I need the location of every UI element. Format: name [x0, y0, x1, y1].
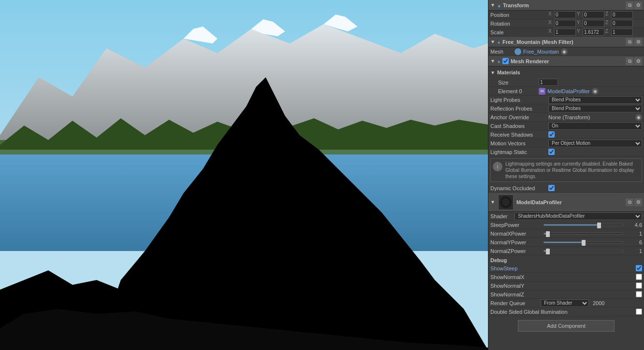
- steep-power-value: 4.6: [625, 222, 642, 228]
- inspector-panel: ▼ ⬧ Transform ⧉ ⚙ Position X Y Z Rotatio…: [488, 0, 644, 350]
- normaly-power-fill: [544, 242, 584, 243]
- mesh-row: Mesh Free_Mountain ◉: [488, 47, 644, 56]
- material-icon-btn-1[interactable]: ⧉: [626, 198, 633, 206]
- material-fold-arrow[interactable]: ▼: [490, 199, 495, 205]
- position-z-input[interactable]: [611, 11, 633, 18]
- rotation-y-label: Y: [577, 20, 582, 27]
- dynamic-occluded-checkbox[interactable]: [548, 185, 555, 191]
- shader-dropdown[interactable]: ShadersHub/ModelDataProfiler: [515, 212, 642, 220]
- lightmap-info-text: Lightmapping settings are currently disa…: [505, 161, 640, 180]
- position-y-input[interactable]: [583, 11, 604, 18]
- material-name[interactable]: ModelDataProfiler: [547, 88, 590, 94]
- show-normalx-row: ShowNormalX: [488, 273, 644, 281]
- double-sided-label: Double Sided Global Illumination: [490, 309, 634, 315]
- mesh-select-btn[interactable]: ◉: [561, 48, 568, 55]
- lightmap-static-checkbox[interactable]: [548, 149, 555, 155]
- steep-power-fill: [544, 224, 599, 225]
- mesh-renderer-icon-btn-2[interactable]: ⚙: [634, 57, 642, 65]
- element0-row: Element 0 M ModelDataProfiler ◉: [488, 87, 644, 96]
- normalx-power-value: 1: [625, 231, 642, 237]
- scale-x-input[interactable]: [554, 28, 576, 36]
- rotation-x-input[interactable]: [554, 20, 576, 27]
- size-label: Size: [498, 80, 537, 85]
- position-z-label: Z: [605, 11, 610, 18]
- double-sided-checkbox[interactable]: [636, 308, 642, 315]
- dynamic-occluded-row: Dynamic Occluded: [488, 184, 644, 193]
- material-section-header: ▼ ModelDataProfiler ⧉ ⚙: [488, 193, 644, 212]
- scale-y-input[interactable]: [583, 28, 604, 36]
- rotation-z-input[interactable]: [611, 20, 633, 27]
- material-icon: M: [539, 88, 545, 95]
- anchor-override-row: Anchor Override None (Transform) ◉: [488, 113, 644, 122]
- material-select-btn[interactable]: ◉: [592, 88, 599, 95]
- show-normalz-row: ShowNormalZ: [488, 290, 644, 299]
- lightmap-static-label: Lightmap Static: [490, 149, 548, 155]
- transform-fold-arrow[interactable]: ▼: [490, 2, 495, 8]
- normalz-power-thumb[interactable]: [546, 249, 550, 254]
- transform-icon-btn-1[interactable]: ⧉: [626, 1, 633, 9]
- light-probes-label: Light Probes: [490, 97, 548, 103]
- reflection-probes-dropdown[interactable]: Blend Probes: [548, 105, 642, 112]
- add-component-button[interactable]: Add Component: [518, 320, 615, 332]
- reflection-probes-row: Reflection Probes Blend Probes: [488, 104, 644, 113]
- normaly-power-label: NormalYPower: [490, 239, 544, 245]
- viewport: [0, 0, 488, 350]
- rotation-row: Rotation X Y Z: [488, 19, 644, 28]
- normaly-power-row: NormalYPower 6: [488, 238, 644, 247]
- normaly-power-track[interactable]: [544, 241, 623, 243]
- mesh-filter-fold-arrow[interactable]: ▼: [490, 39, 495, 44]
- cast-shadows-dropdown[interactable]: On Off Two Sided Shadows Only: [548, 122, 642, 130]
- show-steep-label[interactable]: ShowSteep: [490, 266, 634, 271]
- mesh-filter-header: ▼ ⬧ Free_Mountain (Mesh Filter) ⧉ ⚙: [488, 37, 644, 47]
- render-queue-dropdown[interactable]: From Shader Geometry Transparent: [541, 299, 589, 307]
- mesh-icon: [515, 48, 521, 55]
- mesh-renderer-title: Mesh Renderer: [511, 58, 624, 64]
- position-row: Position X Y Z: [488, 11, 644, 19]
- rotation-x-label: X: [548, 20, 553, 27]
- anchor-override-select-btn[interactable]: ◉: [635, 114, 642, 121]
- normalx-power-row: NormalXPower 1: [488, 229, 644, 238]
- mesh-name[interactable]: Free_Mountain: [523, 49, 559, 55]
- light-probes-row: Light Probes Blend Probes: [488, 96, 644, 104]
- mesh-filter-icon-btn-1[interactable]: ⧉: [626, 38, 633, 46]
- scale-z-label: Z: [605, 28, 610, 36]
- rotation-z-label: Z: [605, 20, 610, 27]
- render-queue-label: Render Queue: [490, 300, 539, 306]
- normalz-power-track[interactable]: [544, 250, 623, 252]
- show-steep-checkbox[interactable]: [636, 265, 642, 271]
- scale-z-input[interactable]: [611, 28, 633, 36]
- show-normaly-checkbox[interactable]: [636, 282, 642, 289]
- mesh-filter-icon-btn-2[interactable]: ⚙: [634, 38, 642, 46]
- motion-vectors-dropdown[interactable]: Per Object Motion Camera Motion Only For…: [548, 140, 642, 147]
- debug-title: Debug: [490, 257, 507, 263]
- normalx-power-thumb[interactable]: [546, 231, 550, 237]
- size-row: Size: [488, 78, 644, 87]
- mesh-renderer-icon-btn-1[interactable]: ⧉: [626, 57, 633, 65]
- element0-label: Element 0: [498, 88, 537, 94]
- debug-header: Debug: [488, 255, 644, 264]
- info-icon: i: [493, 162, 502, 171]
- normaly-power-thumb[interactable]: [582, 240, 586, 246]
- steep-power-thumb[interactable]: [597, 223, 601, 228]
- receive-shadows-checkbox[interactable]: [548, 131, 555, 138]
- material-icon-btn-2[interactable]: ⚙: [634, 198, 642, 206]
- show-normalz-checkbox[interactable]: [636, 291, 642, 297]
- mesh-renderer-enabled-checkbox[interactable]: [502, 58, 509, 64]
- light-probes-dropdown[interactable]: Blend Probes: [548, 96, 642, 104]
- position-x-input[interactable]: [554, 11, 576, 18]
- transform-icon-btn-2[interactable]: ⚙: [634, 1, 642, 9]
- materials-label: Materials: [497, 70, 520, 75]
- normalz-power-value: 1: [625, 248, 642, 254]
- steep-power-track[interactable]: [544, 224, 623, 226]
- rotation-y-input[interactable]: [583, 20, 604, 27]
- shader-row: Shader ShadersHub/ModelDataProfiler: [488, 212, 644, 221]
- show-normalx-checkbox[interactable]: [636, 274, 642, 280]
- size-input[interactable]: [539, 79, 558, 86]
- materials-fold-arrow[interactable]: ▼: [490, 70, 495, 75]
- normalx-power-track[interactable]: [544, 233, 623, 235]
- mesh-renderer-fold-arrow[interactable]: ▼: [490, 58, 495, 64]
- motion-vectors-label: Motion Vectors: [490, 140, 548, 146]
- scale-label: Scale: [490, 29, 548, 35]
- anchor-override-label: Anchor Override: [490, 114, 548, 120]
- transform-title: Transform: [503, 2, 624, 8]
